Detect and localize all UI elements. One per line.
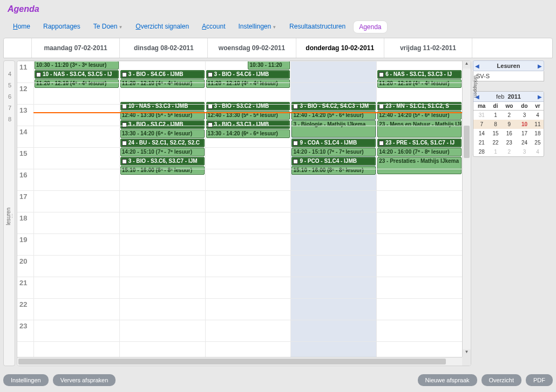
day-column[interactable]: 3 - BIO - S4.C6 - IJMB11:20 - 12:10 (4ᵉ … [119, 61, 205, 357]
day-column[interactable]: 6 - NAS - S3.C1, S3.C3 - IJ11:20 - 12:10… [376, 61, 462, 357]
calendar-event[interactable]: 9 - PCO - S1.C4 - IJMB [291, 157, 376, 166]
pdf-button[interactable]: PDF [526, 374, 553, 386]
calendar-event[interactable]: 10 - NAS - S3.C4, S3.C5 - IJ [35, 70, 119, 79]
scroll-up-icon[interactable]: ▲ [463, 61, 471, 68]
calendar-event[interactable]: 23 - PRE - S1.C6, S1.C7 - IJ [377, 139, 462, 147]
mini-cal-day[interactable]: 21 [473, 138, 490, 147]
calendar-event[interactable]: 11:20 - 12:10 (4ᵉ - 4ᵉ lesuur) [377, 79, 462, 88]
calendar-event[interactable]: 3 - Biologie - Mathijs IJkema [291, 120, 376, 137]
checkbox-icon[interactable] [379, 104, 384, 109]
day-header[interactable]: donderdag 10-02-2011 [296, 38, 384, 58]
calendar-event[interactable]: 3 - BIO - S3.C2 - IJMB [206, 102, 290, 111]
calendar-event[interactable]: 24 - BU - S2.C1, S2.C2, S2.C [120, 139, 205, 147]
menu-resultaatstructuren[interactable]: Resultaatstructuren [284, 20, 351, 33]
calendar-event[interactable]: 3 - BIO - S3.C2 - IJMB [120, 120, 205, 129]
calendar-event[interactable]: 13:30 - 14:20 (6ᵉ - 6ᵉ lesuur) [120, 129, 205, 138]
checkbox-icon[interactable] [122, 141, 127, 146]
mini-cal-day[interactable]: 1 [490, 147, 501, 156]
mini-cal-day[interactable]: 22 [490, 138, 501, 147]
calendar-event[interactable]: 13:30 - 14:20 (6ᵉ - 6ᵉ lesuur) [206, 129, 290, 138]
nieuwe-afspraak-button[interactable]: Nieuwe afspraak [418, 374, 477, 386]
scroll-thumb[interactable] [464, 126, 470, 158]
checkbox-icon[interactable] [379, 141, 384, 146]
prev-icon[interactable]: ◀ [475, 63, 479, 69]
mini-cal-day[interactable]: 11 [532, 120, 544, 129]
calendar-event[interactable]: 9 - COA - S1.C4 - IJMB [291, 139, 376, 147]
calendar-event[interactable]: 11:20 - 12:10 (4ᵉ - 4ᵉ lesuur) [35, 79, 119, 88]
mini-cal-day[interactable]: 16 [501, 129, 517, 138]
day-header[interactable]: woensdag 09-02-2011 [208, 38, 296, 58]
calendar-event[interactable]: 23 - Prestaties - Mathijs IJkema [377, 157, 462, 174]
checkbox-icon[interactable] [293, 141, 298, 146]
mini-cal-day[interactable]: 4 [532, 111, 544, 120]
checkbox-icon[interactable] [379, 72, 384, 77]
menu-instellingen[interactable]: Instellingen▼ [233, 20, 282, 33]
next-icon[interactable]: ▶ [538, 63, 542, 69]
calendar-event[interactable]: 10:30 - 11:20 [248, 61, 290, 70]
mini-cal-day[interactable]: 18 [532, 129, 544, 138]
mini-cal-day[interactable]: 9 [501, 120, 517, 129]
vertical-scrollbar[interactable]: ▲ ▼ [462, 61, 471, 357]
mini-cal-day[interactable]: 25 [532, 138, 544, 147]
svs-label[interactable]: SV-S [473, 71, 544, 81]
day-column[interactable]: 10:30 - 11:203 - BIO - S4.C6 - IJMB11:20… [205, 61, 291, 357]
calendar-event[interactable]: 11:20 - 12:10 (4ᵉ - 4ᵉ lesuur) [120, 79, 205, 88]
mini-cal-day[interactable]: 15 [490, 129, 501, 138]
calendar-event[interactable]: 23 - MN - S1.C1, S1.C2, S [377, 102, 462, 111]
uitklappen-label[interactable]: uitklappen [473, 75, 478, 98]
calendar-event[interactable]: 11:20 - 12:10 (4ᵉ - 4ᵉ lesuur) [206, 79, 290, 88]
day-header[interactable]: maandag 07-02-2011 [32, 38, 120, 58]
overzicht-button[interactable]: Overzicht [482, 374, 521, 386]
calendar-event[interactable]: 14:20 - 15:10 (7ᵉ - 7ᵉ lesuur) [120, 148, 205, 156]
calendar-event[interactable]: 14:20 - 15:10 (7ᵉ - 7ᵉ lesuur) [291, 148, 376, 156]
mini-cal-day[interactable]: 23 [501, 138, 517, 147]
day-header[interactable]: vrijdag 11-02-2011 [384, 38, 472, 58]
mini-cal-day[interactable]: 4 [532, 147, 544, 156]
calendar-event[interactable]: 3 - BIO - S4.C6 - IJMB [120, 70, 205, 79]
menu-agenda[interactable]: Agenda [353, 20, 387, 33]
checkbox-icon[interactable] [208, 122, 213, 127]
mini-cal-day[interactable]: 17 [517, 129, 532, 138]
calendar-event[interactable]: 10:30 - 11:20 (3ᵉ - 3ᵉ lesuur) [35, 61, 119, 70]
mini-cal-day[interactable]: 14 [473, 129, 490, 138]
scroll-down-icon[interactable]: ▼ [463, 349, 471, 357]
calendar-event[interactable]: 3 - BIO - S4.C6 - IJMB [206, 70, 290, 79]
scroll-thumb-h[interactable] [18, 359, 446, 365]
checkbox-icon[interactable] [122, 122, 127, 127]
menu-rapportages[interactable]: Rapportages [38, 20, 86, 33]
mini-cal-day[interactable]: 2 [501, 147, 517, 156]
checkbox-icon[interactable] [122, 72, 127, 77]
calendar-event[interactable]: 15:10 - 16:00 (8ᵉ - 8ᵉ lesuur) [120, 166, 205, 175]
mini-cal-day[interactable]: 24 [517, 138, 532, 147]
calendar-event[interactable]: 10 - NAS - S3.C3 - IJMB [120, 102, 205, 111]
checkbox-icon[interactable] [122, 104, 127, 109]
menu-home[interactable]: Home [8, 20, 36, 33]
instellingen-button[interactable]: Instellingen [3, 374, 49, 386]
calendar-event[interactable]: 3 - BIO - S3.C3 - IJMB [206, 120, 290, 129]
horizontal-scrollbar[interactable] [17, 357, 462, 366]
day-header[interactable]: dinsdag 08-02-2011 [120, 38, 208, 58]
mini-cal-day[interactable]: 28 [473, 147, 490, 156]
menu-te-doen[interactable]: Te Doen▼ [88, 20, 128, 33]
day-column[interactable]: 10:30 - 11:20 (3ᵉ - 3ᵉ lesuur)10 - NAS -… [33, 61, 119, 357]
day-column[interactable]: 3 - BIO - S4.C2, S4.C3 - IJM12:40 - 14:2… [290, 61, 376, 357]
mini-cal-day[interactable]: 1 [490, 111, 501, 120]
checkbox-icon[interactable] [208, 72, 213, 77]
menu-account[interactable]: Account [196, 20, 230, 33]
mini-cal-day[interactable]: 3 [517, 111, 532, 120]
ververs-button[interactable]: Ververs afspraken [53, 374, 116, 386]
checkbox-icon[interactable] [122, 159, 127, 164]
mini-cal-day[interactable]: 2 [501, 111, 517, 120]
lesuren-strip[interactable]: 45678 ⋮⋮ lesuren [3, 60, 15, 366]
calendar-event[interactable]: 3 - BIO - S4.C2, S4.C3 - IJM [291, 102, 376, 111]
mini-cal-day[interactable]: 8 [490, 120, 501, 129]
calendar-event[interactable]: 23 - Mens en Natuur - Mathijs IJkema [377, 120, 462, 137]
next-month-icon[interactable]: ▶ [538, 94, 542, 100]
checkbox-icon[interactable] [293, 159, 298, 164]
mini-cal-day[interactable]: 3 [517, 147, 532, 156]
menu-overzicht-signalen[interactable]: Overzicht signalen [130, 20, 194, 33]
calendar-event[interactable]: 3 - BIO - S3.C6, S3.C7 - IJM [120, 157, 205, 166]
checkbox-icon[interactable] [293, 104, 298, 109]
calendar-event[interactable]: 15:10 - 16:00 (8ᵉ - 8ᵉ lesuur) [291, 166, 376, 175]
checkbox-icon[interactable] [36, 72, 41, 77]
